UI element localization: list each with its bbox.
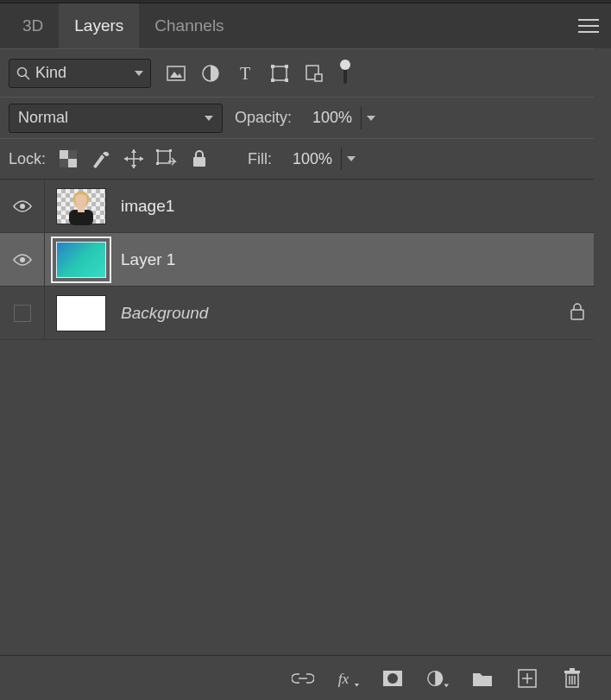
- svg-rect-13: [285, 79, 288, 82]
- svg-marker-22: [131, 149, 136, 153]
- svg-line-4: [25, 75, 29, 79]
- lock-icons: [58, 148, 210, 169]
- svg-rect-15: [315, 74, 322, 81]
- group-icon[interactable]: [471, 667, 494, 690]
- svg-rect-29: [156, 162, 159, 165]
- svg-point-31: [20, 204, 25, 209]
- layers-list: image1 Layer 1 Background: [0, 180, 611, 340]
- layer-lock-icon: [570, 303, 585, 324]
- svg-rect-18: [68, 150, 77, 159]
- filter-row: Kind T: [0, 48, 611, 97]
- chevron-down-icon: [347, 156, 356, 161]
- svg-rect-9: [273, 66, 287, 80]
- svg-text:fx: fx: [338, 671, 350, 687]
- blend-mode-value: Normal: [18, 109, 68, 127]
- panel-menu-icon[interactable]: [578, 19, 599, 33]
- visibility-toggle[interactable]: [0, 287, 45, 339]
- visibility-empty-icon: [14, 305, 31, 322]
- svg-rect-50: [564, 671, 580, 673]
- layer-mask-icon[interactable]: [381, 667, 404, 690]
- shape-layer-filter-icon[interactable]: [270, 64, 289, 83]
- blend-mode-select[interactable]: Normal: [9, 104, 223, 133]
- adjustment-layer-filter-icon[interactable]: [201, 64, 220, 83]
- svg-rect-10: [271, 65, 274, 68]
- fill-label: Fill:: [248, 150, 272, 168]
- opacity-chevron[interactable]: [361, 107, 380, 129]
- lock-transparency-icon[interactable]: [58, 148, 79, 169]
- panel-tabs: 3D Layers Channels: [0, 3, 611, 48]
- type-layer-filter-icon[interactable]: T: [236, 64, 255, 83]
- lock-all-icon[interactable]: [189, 148, 210, 169]
- visibility-toggle[interactable]: [0, 180, 45, 232]
- bottom-toolbar: fx: [0, 655, 611, 700]
- kind-filter-select[interactable]: Kind: [9, 59, 151, 88]
- lock-row: Lock: Fill: 100%: [0, 138, 611, 180]
- search-icon: [16, 66, 30, 80]
- svg-rect-2: [578, 31, 599, 33]
- svg-rect-51: [570, 668, 575, 671]
- tab-3d[interactable]: 3D: [7, 3, 59, 48]
- svg-marker-24: [124, 156, 128, 161]
- scrollbar[interactable]: [594, 48, 611, 655]
- layer-row[interactable]: Background: [0, 287, 611, 340]
- fill-value[interactable]: 100%: [284, 148, 337, 171]
- svg-rect-36: [571, 310, 583, 319]
- smart-object-filter-icon[interactable]: [305, 64, 324, 83]
- svg-rect-17: [68, 159, 77, 167]
- svg-rect-1: [578, 25, 599, 27]
- kind-label: Kind: [35, 64, 66, 82]
- svg-rect-34: [78, 207, 85, 212]
- adjustment-layer-icon[interactable]: [426, 667, 449, 690]
- layer-row[interactable]: image1: [0, 180, 611, 233]
- svg-marker-6: [170, 72, 182, 78]
- lock-artboard-icon[interactable]: [156, 148, 177, 169]
- eye-icon: [12, 253, 33, 267]
- svg-text:T: T: [240, 65, 250, 82]
- layer-name[interactable]: Layer 1: [112, 250, 175, 269]
- link-layers-icon[interactable]: [292, 667, 314, 690]
- layer-name[interactable]: Background: [112, 304, 208, 323]
- svg-point-35: [20, 257, 25, 262]
- svg-rect-26: [158, 151, 170, 163]
- svg-rect-27: [156, 149, 159, 152]
- fill-chevron[interactable]: [341, 148, 360, 170]
- svg-rect-16: [60, 150, 68, 159]
- chevron-down-icon: [205, 116, 213, 121]
- layer-thumbnail[interactable]: [45, 188, 112, 224]
- lock-position-icon[interactable]: [123, 148, 144, 169]
- blend-row: Normal Opacity: 100%: [0, 97, 611, 138]
- svg-rect-0: [578, 19, 599, 21]
- eye-icon: [12, 199, 33, 213]
- svg-marker-23: [131, 165, 136, 168]
- layer-style-icon[interactable]: fx: [337, 667, 359, 690]
- tab-layers[interactable]: Layers: [59, 3, 139, 48]
- opacity-label: Opacity:: [235, 109, 292, 127]
- svg-rect-28: [169, 149, 172, 152]
- svg-rect-19: [60, 159, 68, 167]
- svg-marker-38: [355, 684, 359, 686]
- filter-toggle[interactable]: [339, 61, 351, 85]
- pixel-layer-filter-icon[interactable]: [167, 64, 186, 83]
- svg-marker-42: [444, 684, 449, 687]
- delete-layer-icon[interactable]: [561, 667, 583, 690]
- svg-rect-5: [167, 66, 185, 80]
- svg-rect-11: [285, 65, 288, 68]
- layer-thumbnail[interactable]: [45, 242, 112, 278]
- visibility-toggle[interactable]: [0, 233, 45, 286]
- opacity-control[interactable]: 100%: [304, 106, 380, 129]
- lock-pixels-icon[interactable]: [91, 148, 111, 169]
- layer-row[interactable]: Layer 1: [0, 233, 611, 287]
- fill-control[interactable]: 100%: [284, 148, 360, 171]
- svg-rect-30: [193, 157, 205, 167]
- layer-thumbnail[interactable]: [45, 295, 112, 331]
- layer-name[interactable]: image1: [112, 197, 174, 216]
- chevron-down-icon: [135, 71, 143, 76]
- tab-channels[interactable]: Channels: [139, 3, 239, 48]
- svg-point-40: [387, 673, 398, 684]
- new-layer-icon[interactable]: [516, 667, 539, 690]
- svg-rect-12: [271, 79, 274, 82]
- lock-label: Lock:: [9, 150, 46, 168]
- svg-marker-25: [140, 156, 143, 161]
- opacity-value[interactable]: 100%: [304, 106, 357, 129]
- chevron-down-icon: [367, 116, 375, 121]
